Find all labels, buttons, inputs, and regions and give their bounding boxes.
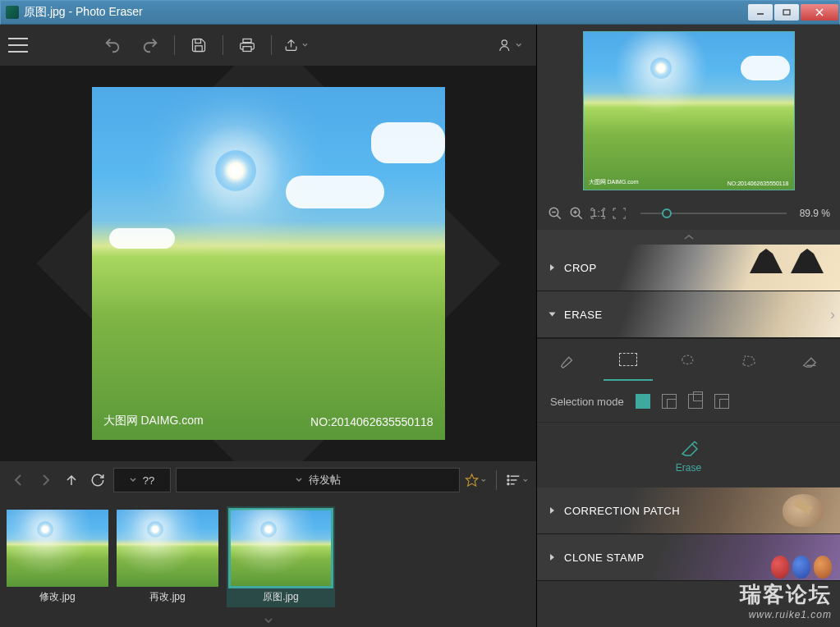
svg-rect-5 <box>195 46 202 52</box>
back-button[interactable] <box>8 469 30 491</box>
breadcrumb-1[interactable]: ?? <box>113 468 171 492</box>
collapse-preview[interactable] <box>537 230 840 245</box>
section-label: ERASE <box>564 309 603 321</box>
zoom-percentage: 89.9 % <box>800 208 830 219</box>
chevron-right-icon <box>550 264 554 271</box>
nav-bar: ?? 待发帖 <box>0 461 536 499</box>
user-button[interactable] <box>497 33 521 57</box>
print-button[interactable] <box>235 33 259 57</box>
svg-rect-1 <box>783 10 790 15</box>
maximize-button[interactable] <box>774 4 799 21</box>
undo-button[interactable] <box>100 33 125 57</box>
svg-point-13 <box>507 475 509 477</box>
thumbnail-strip: 修改.jpg 再改.jpg 原图.jpg <box>0 499 536 614</box>
section-crop[interactable]: CROP <box>537 245 840 291</box>
section-correction-patch[interactable]: CORRECTION PATCH <box>537 487 840 534</box>
save-button[interactable] <box>186 33 211 57</box>
image-watermark-right: NO:2014062635550118 <box>310 415 433 428</box>
preview-thumbnail: 大图网 DAIMG.com NO:2014062635550118 <box>537 25 840 197</box>
section-erase[interactable]: ERASE › <box>537 291 840 338</box>
zoom-slider[interactable] <box>640 213 787 214</box>
breadcrumb-2[interactable]: 待发帖 <box>176 468 460 492</box>
mode-new-icon[interactable] <box>636 394 650 409</box>
toolbar-divider <box>223 35 223 55</box>
window-controls <box>747 4 839 21</box>
toolbar-divider <box>174 35 175 55</box>
brush-tool[interactable] <box>543 339 592 381</box>
svg-point-14 <box>507 479 509 481</box>
thumbnail-item-active[interactable]: 原图.jpg <box>227 506 335 607</box>
strip-collapse[interactable] <box>0 614 536 627</box>
eraser-icon <box>677 437 700 457</box>
thumbnail-label: 再改.jpg <box>149 590 185 604</box>
chevron-right-icon <box>550 554 554 561</box>
svg-point-8 <box>502 40 507 45</box>
polygon-tool[interactable] <box>724 339 773 381</box>
minimize-button[interactable] <box>748 4 773 21</box>
fit-screen-icon[interactable] <box>611 205 627 222</box>
thumbnail-item[interactable]: 修改.jpg <box>7 510 108 604</box>
section-clone-stamp[interactable]: CLONE STAMP <box>537 534 840 581</box>
mode-intersect-icon[interactable] <box>714 394 729 409</box>
toolbar-divider <box>496 470 497 490</box>
close-button[interactable] <box>801 4 838 21</box>
redo-button[interactable] <box>138 33 163 57</box>
thumbnail-label: 修改.jpg <box>39 590 75 604</box>
erase-action-label: Erase <box>676 462 701 474</box>
erase-tool-row <box>537 338 840 381</box>
refresh-button[interactable] <box>87 469 108 491</box>
chevron-down-icon <box>549 313 556 317</box>
favorite-button[interactable] <box>465 469 486 491</box>
thumbnail-label: 原图.jpg <box>263 590 298 604</box>
thumbnail-item[interactable]: 再改.jpg <box>117 510 218 604</box>
section-label: CORRECTION PATCH <box>564 505 680 517</box>
svg-marker-9 <box>466 474 477 486</box>
main-image: 大图网 DAIMG.com NO:2014062635550118 <box>92 87 445 440</box>
svg-text:1:1: 1:1 <box>591 208 605 219</box>
section-label: CLONE STAMP <box>564 551 645 564</box>
erase-action-button[interactable]: Erase <box>537 422 840 487</box>
window-titlebar: 原图.jpg - Photo Eraser <box>0 0 840 25</box>
menu-button[interactable] <box>8 38 28 53</box>
svg-point-15 <box>507 483 509 485</box>
toolbar-divider <box>271 35 272 55</box>
svg-rect-4 <box>195 39 201 43</box>
svg-rect-6 <box>243 39 251 43</box>
chevron-right-icon <box>550 507 554 514</box>
svg-line-17 <box>557 215 561 219</box>
section-label: CROP <box>564 262 597 274</box>
zoom-in-icon[interactable] <box>568 205 585 222</box>
zoom-controls: 1:1 89.9 % <box>537 197 840 230</box>
mode-subtract-icon[interactable] <box>688 394 703 409</box>
selection-mode-row: Selection mode <box>537 381 840 422</box>
svg-line-20 <box>578 215 582 219</box>
app-icon <box>6 6 19 19</box>
fit-1-1-icon[interactable]: 1:1 <box>590 205 606 222</box>
canvas-area[interactable]: 大图网 DAIMG.com NO:2014062635550118 <box>0 66 536 461</box>
mode-add-icon[interactable] <box>662 394 677 409</box>
image-watermark-left: 大图网 DAIMG.com <box>103 414 204 428</box>
selection-mode-label: Selection mode <box>550 396 624 408</box>
lasso-tool[interactable] <box>663 339 713 381</box>
chevron-right-icon[interactable]: › <box>830 306 835 323</box>
main-toolbar <box>0 25 536 66</box>
share-button[interactable] <box>283 33 308 57</box>
svg-rect-7 <box>243 47 251 52</box>
right-panel: 大图网 DAIMG.com NO:2014062635550118 1:1 89… <box>536 25 840 627</box>
svg-marker-24 <box>743 355 755 366</box>
sort-button[interactable] <box>507 469 528 491</box>
up-button[interactable] <box>61 469 82 491</box>
marquee-tool[interactable] <box>604 339 653 381</box>
forum-watermark: 瑞客论坛 www.ruike1.com <box>740 580 832 620</box>
eraser-tool[interactable] <box>785 339 834 381</box>
forward-button[interactable] <box>34 469 56 491</box>
zoom-out-icon[interactable] <box>547 205 563 222</box>
window-title: 原图.jpg - Photo Eraser <box>24 5 747 20</box>
